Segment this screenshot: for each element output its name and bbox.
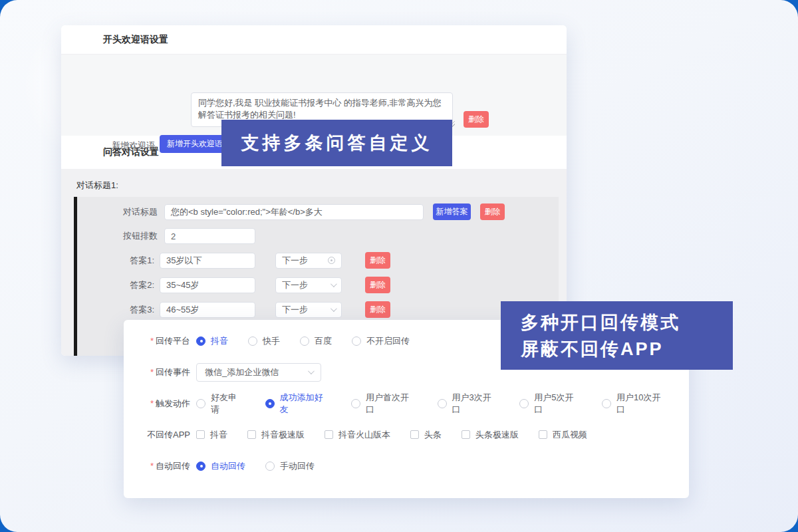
answer-row-1: 答案1: 35岁以下 下一步 删除 — [77, 252, 559, 269]
dialog-group-title: 对话标题1: — [76, 180, 118, 192]
answer-3-label: 答案3: — [77, 304, 154, 316]
event-select[interactable]: 微信_添加企业微信 — [196, 363, 321, 382]
badge-line-2: 屏蔽不回传APP — [521, 336, 733, 362]
delete-answer-3-button[interactable]: 删除 — [365, 301, 390, 318]
radio-icon — [248, 336, 257, 346]
trigger-row: *触发动作 好友申请 成功添加好友 用户首次开口 用户3次开口 — [124, 393, 689, 414]
checkbox-app-xigua[interactable]: 西瓜视频 — [539, 429, 587, 441]
auto-return-label: *自动回传 — [124, 460, 190, 472]
dialog-title-input[interactable]: 您的<b style="color:red;">年龄</b>多大 — [164, 204, 424, 220]
chevron-down-icon — [331, 305, 337, 312]
platform-label: *回传平台 — [124, 335, 190, 347]
button-rows-label: 按钮排数 — [77, 230, 158, 242]
event-label: *回传事件 — [124, 366, 190, 378]
answer-row-2: 答案2: 35~45岁 下一步 删除 — [77, 277, 559, 293]
answer-row-3: 答案3: 46~55岁 下一步 删除 — [77, 301, 559, 318]
dialog-title-label: 对话标题 — [77, 206, 158, 218]
add-welcome-button[interactable]: 新增开头欢迎语 — [160, 135, 230, 153]
required-mark: * — [150, 336, 154, 346]
answer-2-label: 答案2: — [77, 279, 154, 291]
answer-1-label: 答案1: — [77, 255, 154, 267]
welcome-settings-card: 开头欢迎语设置 欢迎语 同学您好,我是 职业技能证书报考中心 的指导老师,非常高… — [61, 25, 567, 356]
button-rows-row: 按钮排数 2 — [77, 228, 559, 244]
checkbox-app-toutiao[interactable]: 头条 — [410, 429, 442, 441]
radio-icon — [265, 462, 275, 471]
feature-badge-multi-qa: 支持多条问答自定义 — [221, 120, 452, 166]
add-answer-button[interactable]: 新增答案 — [433, 203, 471, 220]
answer-2-action-select[interactable]: 下一步 — [275, 277, 342, 293]
required-mark: * — [150, 367, 154, 377]
radio-icon — [352, 336, 361, 346]
required-mark: * — [150, 461, 154, 471]
chevron-down-icon — [331, 281, 337, 287]
required-mark: * — [150, 398, 154, 408]
checkbox-icon — [410, 430, 419, 439]
welcome-section-title: 开头欢迎语设置 — [61, 25, 567, 55]
radio-trigger-friend-added[interactable]: 成功添加好友 — [265, 392, 331, 416]
radio-platform-baidu[interactable]: 百度 — [300, 335, 332, 347]
trigger-label: *触发动作 — [124, 398, 190, 410]
radio-trigger-10-messages[interactable]: 用户10次开口 — [602, 392, 669, 416]
answer-3-action-select[interactable]: 下一步 — [275, 302, 342, 318]
checkbox-icon — [196, 430, 205, 439]
radio-icon — [438, 399, 447, 408]
feature-badge-return-modes: 多种开口回传模式 屏蔽不回传APP — [501, 301, 733, 370]
delete-dialog-button[interactable]: 删除 — [480, 203, 505, 220]
badge-line-1: 多种开口回传模式 — [521, 309, 733, 336]
radio-trigger-5-messages[interactable]: 用户5次开口 — [519, 392, 582, 416]
radio-platform-kuaishou[interactable]: 快手 — [248, 335, 280, 347]
checkbox-app-douyin[interactable]: 抖音 — [196, 429, 227, 441]
radio-icon — [265, 399, 275, 408]
event-select-value: 微信_添加企业微信 — [205, 366, 279, 378]
clear-circle-icon[interactable] — [328, 257, 335, 264]
radio-icon — [196, 399, 205, 408]
radio-platform-off[interactable]: 不开启回传 — [352, 335, 410, 347]
radio-icon — [196, 462, 205, 471]
answer-1-input[interactable]: 35岁以下 — [160, 253, 255, 269]
checkbox-icon — [539, 430, 547, 439]
radio-icon — [519, 399, 529, 408]
radio-icon — [300, 336, 309, 346]
radio-trigger-3-messages[interactable]: 用户3次开口 — [438, 392, 500, 416]
button-rows-input[interactable]: 2 — [164, 228, 255, 244]
checkbox-icon — [325, 430, 333, 439]
answer-1-action-select[interactable]: 下一步 — [275, 253, 342, 269]
auto-return-row: *自动回传 自动回传 手动回传 — [124, 456, 689, 476]
add-welcome-label: 新增欢迎语 — [112, 140, 155, 152]
answer-3-input[interactable]: 46~55岁 — [160, 302, 255, 318]
delete-answer-2-button[interactable]: 删除 — [365, 277, 390, 293]
delete-answer-1-button[interactable]: 删除 — [365, 252, 390, 269]
page-background: 开头欢迎语设置 欢迎语 同学您好,我是 职业技能证书报考中心 的指导老师,非常高… — [0, 0, 798, 532]
radio-manual-return[interactable]: 手动回传 — [265, 460, 315, 472]
answer-2-input[interactable]: 35~45岁 — [160, 277, 255, 293]
checkbox-icon — [462, 430, 470, 439]
checkbox-icon — [247, 430, 256, 439]
dialog-title-row: 对话标题 您的<b style="color:red;">年龄</b>多大 新增… — [77, 203, 559, 220]
radio-trigger-friend-request[interactable]: 好友申请 — [196, 392, 245, 416]
radio-trigger-first-message[interactable]: 用户首次开口 — [351, 392, 417, 416]
chevron-down-icon — [308, 368, 315, 374]
answer-2-action-value: 下一步 — [282, 279, 308, 291]
block-apps-label: 不回传APP — [124, 429, 190, 441]
radio-icon — [602, 399, 611, 408]
radio-auto-return[interactable]: 自动回传 — [196, 460, 245, 472]
checkbox-app-toutiao-lite[interactable]: 头条极速版 — [462, 429, 519, 441]
answer-1-action-value: 下一步 — [282, 255, 308, 267]
block-apps-row: 不回传APP 抖音 抖音极速版 抖音火山版本 头条 — [124, 424, 689, 445]
checkbox-app-douyin-huoshan[interactable]: 抖音火山版本 — [325, 429, 390, 441]
radio-icon — [196, 336, 205, 346]
answer-3-action-value: 下一步 — [282, 304, 308, 316]
checkbox-app-douyin-lite[interactable]: 抖音极速版 — [247, 429, 305, 441]
delete-welcome-button[interactable]: 删除 — [464, 111, 489, 128]
radio-icon — [351, 399, 360, 408]
radio-platform-douyin[interactable]: 抖音 — [196, 335, 228, 347]
